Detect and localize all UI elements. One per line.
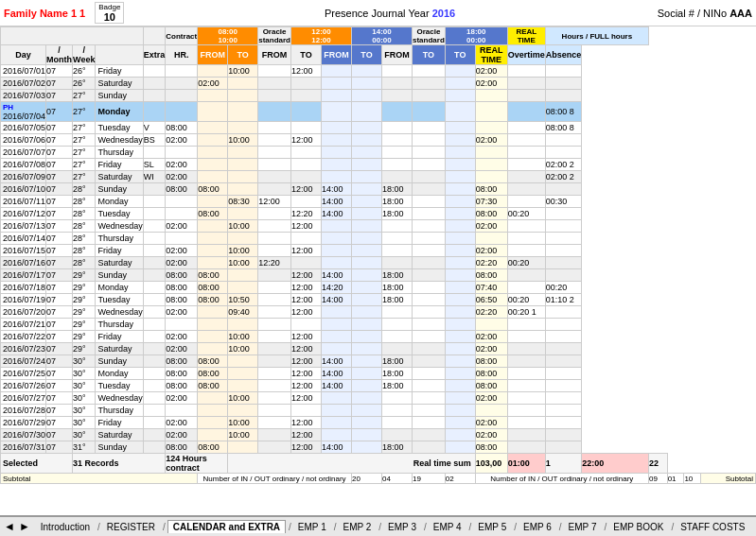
- tab-separator: /: [469, 522, 472, 532]
- in-out-label2: Number of IN / OUT ordinary / not ordina…: [475, 474, 648, 484]
- to1-header: TO: [228, 45, 258, 65]
- overtime-count: 1: [545, 454, 582, 474]
- time-header-4: 18:0000:00: [445, 27, 507, 45]
- table-row: 2016/07/030727°Sunday: [1, 90, 756, 102]
- tab-separator: /: [424, 522, 427, 532]
- table-row: 2016/07/010726°Friday10:0012:0002:00: [1, 65, 756, 78]
- selected-label: Selected: [1, 454, 73, 474]
- tab-emp-5[interactable]: EMP 5: [473, 521, 511, 533]
- hr-header: HR.: [166, 45, 198, 65]
- week-header: / Week: [73, 45, 96, 65]
- tab-calendar-and-extra[interactable]: CALENDAR and EXTRA: [167, 520, 286, 533]
- tab-emp-1[interactable]: EMP 1: [293, 521, 331, 533]
- badge-value: 10: [104, 11, 115, 23]
- table-row: 2016/07/230729°Saturday02:0010:0012:0002…: [1, 343, 756, 355]
- in-out-v1b: 04: [381, 474, 412, 484]
- in-out-label1: Number of IN / OUT ordinary / not ordina…: [198, 474, 352, 484]
- tab-separator: /: [163, 522, 166, 532]
- real-time-value: 103,00: [475, 454, 507, 474]
- from4-header: FROM: [381, 45, 412, 65]
- tab-emp-2[interactable]: EMP 2: [338, 521, 376, 533]
- table-row: 2016/07/120728°Tuesday08:0012:2014:0018:…: [1, 208, 756, 220]
- nav-right[interactable]: ►: [19, 520, 30, 533]
- social-value: AAA: [730, 8, 752, 19]
- tab-separator: /: [671, 522, 674, 532]
- time-header-2: 12:0012:00: [290, 27, 351, 45]
- from2-header: FROM: [258, 45, 291, 65]
- hours-contract: 124 Hours contract: [166, 454, 228, 474]
- absence-header: Absence: [545, 45, 582, 65]
- overtime-header: Overtime: [507, 45, 545, 65]
- table-row: 2016/07/110728°Monday08:3012:0014:0018:0…: [1, 196, 756, 208]
- extra-header: Extra: [143, 45, 166, 65]
- tab-separator: /: [334, 522, 337, 532]
- badge-label: Badge: [98, 3, 120, 11]
- nav-left[interactable]: ◄: [4, 520, 15, 533]
- table-row: 2016/07/080727°FridaySL02:0002:00 2: [1, 159, 756, 171]
- table-row: 2016/07/130728°Wednesday02:0010:0012:000…: [1, 220, 756, 233]
- table-row: 2016/07/240730°Sunday08:0008:0012:0014:0…: [1, 355, 756, 368]
- in-out-v1d: 02: [445, 474, 475, 484]
- tab-emp-4[interactable]: EMP 4: [429, 521, 466, 533]
- absence-sum: 22:00: [582, 454, 649, 474]
- dayname-header: [96, 45, 143, 65]
- hours-full-header: Hours / FULL hours: [545, 27, 648, 45]
- tab-separator: /: [514, 522, 517, 532]
- from1-header: FROM: [198, 45, 228, 65]
- tab-emp-7[interactable]: EMP 7: [564, 521, 602, 533]
- table-row: 2016/07/060727°WednesdayBS02:0010:0012:0…: [1, 134, 756, 147]
- presence-year: 2016: [432, 8, 455, 19]
- in-out-v2a: 09: [648, 474, 667, 484]
- absence-count: 22: [648, 454, 667, 474]
- tab-emp-6[interactable]: EMP 6: [519, 521, 556, 533]
- social-label: Social # / NINо: [658, 8, 727, 19]
- records-value: 31 Records: [73, 454, 166, 474]
- table-row: 2016/07/300730°Saturday02:0010:0012:0002…: [1, 429, 756, 441]
- tab-emp-3[interactable]: EMP 3: [383, 521, 421, 533]
- main-table: Contract 08:0010:00 Oracle standard 12:0…: [0, 26, 756, 484]
- to4-header: TO: [412, 45, 445, 65]
- to4b-header: TO: [445, 45, 475, 65]
- table-row: 2016/07/250730°Monday08:0008:0012:0014:0…: [1, 368, 756, 380]
- oracle-std-2: Oracle standard: [412, 27, 445, 45]
- table-row: 2016/07/220729°Friday02:0010:0012:0002:0…: [1, 331, 756, 343]
- overtime-sum: 01:00: [507, 454, 545, 474]
- presence-journal-label: Presence Journal Year: [325, 8, 430, 19]
- table-row: 2016/07/020726°Saturday02:0002:00: [1, 78, 756, 90]
- tabs-bar: ◄ ► Introduction/REGISTER/CALENDAR and E…: [0, 515, 756, 536]
- table-row: 2016/07/180729°Monday08:0008:0012:0014:2…: [1, 282, 756, 294]
- table-row: 2016/07/160728°Saturday02:0010:0012:2002…: [1, 257, 756, 269]
- tab-staff-costs[interactable]: STAFF COSTS: [676, 521, 749, 533]
- table-row: 2016/07/140728°Thursday: [1, 233, 756, 245]
- family-name: Family Name 1 1: [4, 8, 85, 19]
- in-out-v2b: 01: [667, 474, 684, 484]
- in-out-v1c: 19: [412, 474, 445, 484]
- tab-register[interactable]: REGISTER: [102, 521, 160, 533]
- time-header-1: 08:0010:00: [198, 27, 258, 45]
- subtotal-left: Subtotal: [1, 474, 198, 484]
- table-row: 2016/07/280730°Thursday: [1, 405, 756, 417]
- table-row: 2016/07/210729°Thursday: [1, 319, 756, 331]
- table-row: 2016/07/170729°Sunday08:0008:0012:0014:0…: [1, 269, 756, 282]
- subtotal-right: Subtotal: [701, 474, 756, 484]
- table-row: 2016/07/310731°Sunday08:0008:0012:0014:0…: [1, 441, 756, 454]
- time-header-3: 14:0000:00: [351, 27, 412, 45]
- tab-introduction[interactable]: Introduction: [36, 521, 95, 533]
- table-row: 2016/07/270730°Wednesday02:0010:0012:000…: [1, 392, 756, 405]
- table-row: 2016/07/090727°SaturdayWI02:0002:00 2: [1, 171, 756, 183]
- contract-col-header: Contract: [166, 27, 198, 45]
- to2-header: TO: [290, 45, 321, 65]
- table-row: 2016/07/290730°Friday02:0010:0012:0002:0…: [1, 417, 756, 429]
- to3-header: TO: [351, 45, 381, 65]
- in-out-v2c: 10: [684, 474, 701, 484]
- extra-col-header: [143, 27, 166, 45]
- tab-separator: /: [378, 522, 381, 532]
- tab-separator: /: [604, 522, 607, 532]
- tab-separator: /: [289, 522, 291, 532]
- tab-separator: /: [559, 522, 562, 532]
- tab-separator: /: [97, 522, 100, 532]
- tab-emp-book[interactable]: EMP BOOK: [608, 521, 668, 533]
- table-row: 2016/07/070727°Thursday: [1, 147, 756, 159]
- table-row: 2016/07/260730°Tuesday08:0008:0012:0014:…: [1, 380, 756, 392]
- day-header: Day: [1, 45, 46, 65]
